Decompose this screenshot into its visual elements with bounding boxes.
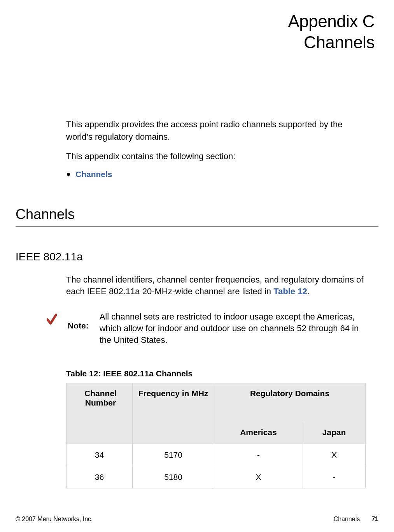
intro-block: This appendix provides the access point … (66, 118, 367, 179)
intro-paragraph-2: This appendix contains the following sec… (66, 150, 367, 163)
toc-bullet-item: Channels (67, 170, 367, 179)
table-12-link[interactable]: Table 12 (273, 286, 307, 296)
table-title: Table 12: IEEE 802.11a Channels (66, 369, 378, 378)
check-icon (47, 313, 57, 327)
footer-section: Channels (334, 516, 360, 523)
page-footer: © 2007 Meru Networks, Inc. Channels 71 (16, 516, 378, 523)
channels-table: Channel Number Frequency in MHz Regulato… (66, 383, 366, 488)
th-regulatory-domains: Regulatory Domains (214, 383, 366, 422)
th-japan: Japan (303, 422, 365, 444)
table-row: 36 5180 X - (67, 466, 366, 488)
cell-channel: 34 (67, 444, 133, 466)
bullet-icon (67, 173, 70, 176)
footer-copyright: © 2007 Meru Networks, Inc. (16, 516, 93, 523)
subsection-intro: The channel identifiers, channel center … (66, 274, 367, 298)
table-head: Channel Number Frequency in MHz Regulato… (67, 383, 366, 444)
table-row: 34 5170 - X (67, 444, 366, 466)
th-frequency: Frequency in MHz (133, 383, 214, 444)
cell-frequency: 5180 (133, 466, 214, 488)
table-body: 34 5170 - X 36 5180 X - (67, 444, 366, 488)
cell-japan: X (303, 444, 365, 466)
th-channel-number: Channel Number (67, 383, 133, 444)
note-block: Note: All channel sets are restricted to… (47, 311, 367, 346)
th-americas: Americas (214, 422, 303, 444)
section-divider (16, 226, 378, 227)
title-line-1: Appendix C (16, 12, 375, 31)
subheading-ieee-80211a: IEEE 802.11a (16, 251, 378, 263)
subsection-intro-suffix: . (307, 286, 310, 296)
intro-paragraph-1: This appendix provides the access point … (66, 118, 367, 143)
cell-americas: - (214, 444, 303, 466)
footer-page-number: 71 (371, 516, 378, 523)
page-title-block: Appendix C Channels (16, 12, 375, 52)
note-label: Note: (68, 321, 89, 330)
cell-frequency: 5170 (133, 444, 214, 466)
title-line-2: Channels (16, 33, 375, 52)
section-heading-channels: Channels (16, 206, 378, 223)
subsection-intro-prefix: The channel identifiers, channel center … (66, 275, 363, 297)
cell-channel: 36 (67, 466, 133, 488)
note-text: All channel sets are restricted to indoo… (100, 311, 367, 346)
channels-link[interactable]: Channels (75, 170, 112, 179)
cell-americas: X (214, 466, 303, 488)
cell-japan: - (303, 466, 365, 488)
